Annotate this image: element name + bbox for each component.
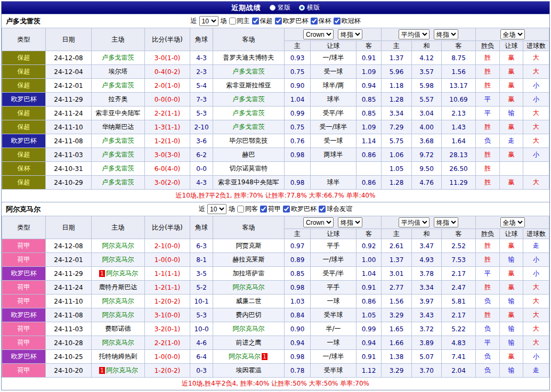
- handicap-odds-home: 0.90: [285, 322, 311, 336]
- odds-company-select[interactable]: Crown: [303, 29, 334, 39]
- odds-kind-select[interactable]: 终指: [338, 29, 362, 39]
- team-name: 阿贾克斯: [236, 242, 262, 249]
- result-handicap: 输: [500, 322, 523, 336]
- filter-same-home[interactable]: 同主: [229, 17, 250, 26]
- europe-odds-home: 1.28: [382, 93, 412, 107]
- filter-league-eredivisie[interactable]: 荷甲: [260, 205, 281, 214]
- col-corner: 角球: [190, 28, 213, 51]
- same-away-checkbox[interactable]: [237, 206, 244, 213]
- handicap-odds-home: 0.98: [285, 350, 311, 364]
- europe-odds-away: 2.04: [442, 364, 476, 378]
- corner-cell: 2-3: [190, 65, 213, 79]
- filter-league-europa[interactable]: 欧罗巴杯: [275, 17, 309, 26]
- scope-select[interactable]: 全场: [500, 217, 525, 227]
- europe-odds-draw: 3.04: [412, 107, 442, 120]
- europa-checkbox[interactable]: [283, 206, 290, 213]
- europe-odds-home: 1.28: [382, 176, 412, 190]
- result-goals: 大: [523, 107, 549, 120]
- odds-kind-select[interactable]: 终指: [338, 217, 362, 227]
- handicap-line: 一球: [311, 295, 356, 308]
- sub-eu-home: 主: [382, 229, 412, 239]
- ouguan-checkbox[interactable]: [334, 18, 341, 24]
- handicap-line: 球半/两: [311, 79, 356, 93]
- home-team-cell: 埃尔塔: [92, 65, 145, 79]
- baochao-checkbox[interactable]: [252, 18, 259, 24]
- match-date: 24-11-08: [46, 134, 92, 148]
- result-handicap: 赢: [500, 65, 523, 79]
- corner-cell: 4-6: [190, 336, 213, 350]
- match-row: 荷甲 24-11-03 费耶诺德 3-2(0-1) 10-0 阿尔克马尔 0.9…: [2, 322, 549, 336]
- result-handicap: 赢: [500, 267, 523, 281]
- handicap-line: 受半球: [311, 308, 356, 322]
- result-handicap: 输: [500, 364, 523, 378]
- home-team-cell: 卢多戈雷茨: [92, 148, 145, 162]
- europe-odds-away: 1.43: [442, 120, 476, 134]
- radio-icon: [299, 5, 305, 11]
- match-count-select[interactable]: 10: [199, 16, 218, 26]
- home-team-cell: 阿尔克马尔: [92, 295, 145, 308]
- handicap-odds-away: 0.86: [356, 148, 382, 162]
- away-team-cell: 赫拉克莱斯: [213, 253, 285, 267]
- same-home-checkbox[interactable]: [229, 18, 236, 24]
- filter-same-away[interactable]: 同客: [237, 205, 258, 214]
- europe-kind-select[interactable]: 终指: [434, 29, 458, 39]
- team-name: 阿尔克马尔: [233, 325, 265, 332]
- results-table: 类型 日期 主场 比分(半场) 角球 客场 Crown 终指 平均值 终指: [2, 216, 549, 378]
- europe-odds-home: 1.37: [382, 253, 412, 267]
- score-cell: 2-2(1-0): [145, 336, 190, 350]
- europe-odds-home: 5.96: [382, 65, 412, 79]
- europe-odds-away: 11.29: [442, 176, 476, 190]
- home-team-cell: 索非亚中央陆军: [92, 107, 145, 120]
- europe-company-select[interactable]: 平均值: [399, 29, 430, 39]
- view-radio-horizontal[interactable]: 横版: [299, 3, 320, 12]
- team-name: 卢多戈雷茨: [233, 123, 265, 130]
- match-date: 24-11-03: [46, 148, 92, 162]
- team-name: 索非亚中央陆军: [96, 109, 141, 117]
- filter-league-friendly[interactable]: 球会友谊: [319, 205, 352, 214]
- europe-company-select[interactable]: 平均值: [399, 217, 430, 227]
- handicap-line: 球半: [311, 176, 356, 190]
- result-handicap: 输: [500, 336, 523, 350]
- match-row: 荷甲 24-12-01 阿尔克马尔 1-0(0-0) 8-1 赫拉克莱斯 0.8…: [2, 253, 549, 267]
- league-badge: 保超: [2, 120, 46, 134]
- europe-odds-home: 3.29: [382, 364, 412, 378]
- eredivisie-checkbox[interactable]: [260, 206, 267, 213]
- filter-league-baochao[interactable]: 保超: [252, 17, 273, 26]
- corner-cell: 2-10: [190, 120, 213, 134]
- handicap-line: 受平/半: [311, 107, 356, 120]
- league-badge: 保超: [2, 79, 46, 93]
- scope-select[interactable]: 全场: [500, 29, 525, 39]
- friendly-checkbox[interactable]: [319, 206, 326, 213]
- team-name: 阿尔克马尔: [102, 242, 134, 249]
- odds-company-select[interactable]: Crown: [303, 217, 334, 227]
- europe-odds-draw: 5.07: [412, 350, 442, 364]
- match-row: 欧罗巴杯 24-10-25 托特纳姆热刺 1-0(0-0) 6-4 阿尔克马尔1…: [2, 350, 549, 364]
- team-name: 卢多戈雷茨: [102, 151, 134, 158]
- filter-league-ouguan[interactable]: 欧冠杯: [334, 17, 361, 26]
- match-count-select[interactable]: 10: [207, 204, 226, 214]
- home-team-cell: 阿尔克马尔: [92, 336, 145, 350]
- league-badge: 欧罗巴杯: [2, 267, 46, 281]
- friendly-label: 球会友谊: [327, 205, 352, 214]
- score-cell: 1-2(0-2): [145, 364, 190, 378]
- match-row: 欧罗巴杯 24-11-08 阿尔克马尔 3-1(0-0) 5-3 费内巴切 0.…: [2, 308, 549, 322]
- handicap-line: 一/球半: [311, 253, 356, 267]
- baobei-checkbox[interactable]: [311, 18, 318, 24]
- europe-odds-draw: 3.47: [412, 239, 442, 253]
- europe-kind-select[interactable]: 终指: [434, 217, 458, 227]
- score-cell: 1-2(1-0): [145, 134, 190, 148]
- europa-checkbox[interactable]: [275, 18, 282, 24]
- team-name: 阿尔克马尔: [229, 353, 261, 360]
- filter-league-baobei[interactable]: 保杯: [311, 17, 331, 26]
- league-badge: 荷甲: [2, 364, 46, 378]
- result-goals: 小: [523, 148, 549, 162]
- league-badge: 欧罗巴杯: [2, 308, 46, 322]
- result-winloss: 胜: [476, 281, 500, 295]
- europe-odds-away: 8.75: [442, 51, 476, 65]
- filter-league-europa[interactable]: 欧罗巴杯: [283, 205, 317, 214]
- view-radio-vertical[interactable]: 竖版: [270, 3, 290, 12]
- away-team-cell: 卢多戈雷茨: [213, 65, 285, 79]
- away-team-cell: 阿尔克马尔1: [213, 350, 285, 364]
- team-name: 索非亚斯拉维亚: [226, 81, 271, 89]
- result-goals: 大: [523, 65, 549, 79]
